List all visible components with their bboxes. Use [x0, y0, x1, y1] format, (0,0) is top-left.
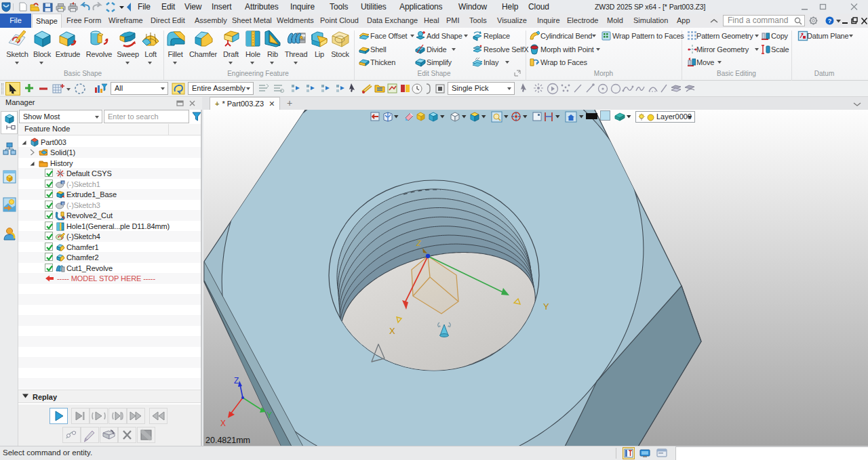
svg-text:Z: Z: [234, 376, 239, 385]
svg-text:X: X: [389, 326, 395, 336]
svg-text:X: X: [220, 419, 226, 428]
svg-text:?: ?: [828, 18, 832, 24]
svg-text:Y: Y: [543, 301, 549, 312]
svg-text:Y: Y: [267, 411, 272, 420]
svg-text:20.4821mm: 20.4821mm: [205, 436, 250, 445]
svg-text:Z: Z: [416, 239, 422, 247]
